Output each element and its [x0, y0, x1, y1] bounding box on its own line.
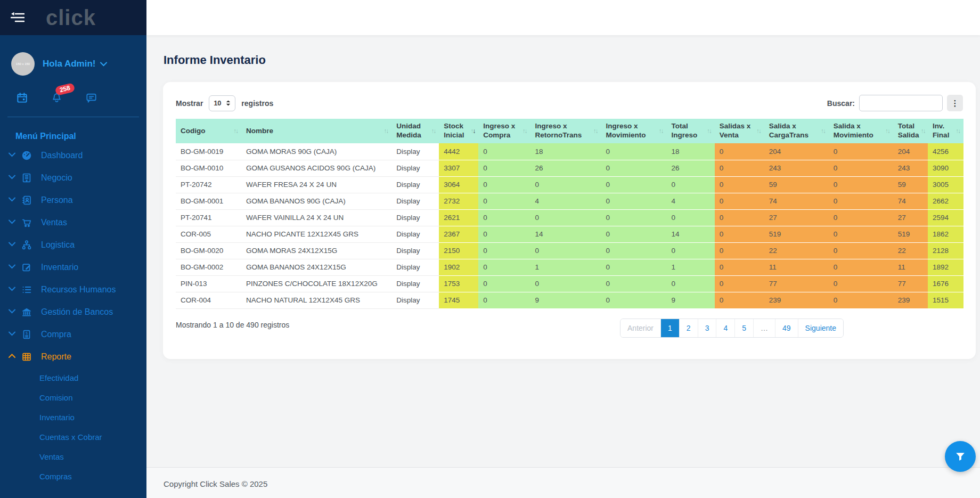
- user-greeting-dropdown[interactable]: Hola Admin!: [43, 59, 107, 69]
- column-header-codigo[interactable]: Codigo ↑↓: [176, 119, 241, 143]
- pagination-page-3[interactable]: 3: [698, 319, 716, 337]
- filter-fab-button[interactable]: [945, 441, 976, 472]
- cell-salida-x-movimiento: 0: [829, 259, 893, 275]
- cell-salidas-x-venta: 0: [715, 143, 764, 160]
- avatar[interactable]: 150 x 150: [11, 52, 35, 76]
- sidebar-subitem-inventario[interactable]: Inventario: [0, 407, 146, 427]
- sidebar-item-ventas[interactable]: Ventas: [0, 211, 146, 234]
- column-header-ingreso-x-movimiento[interactable]: Ingreso x Movimiento ↑↓: [601, 119, 667, 143]
- sort-icon[interactable]: ↑↓: [885, 127, 891, 135]
- sort-icon[interactable]: ↑↓: [522, 127, 527, 135]
- sidebar-item-compra[interactable]: $ Compra: [0, 323, 146, 346]
- pagination-prev[interactable]: Anterior: [620, 319, 660, 337]
- sidebar-item-inventario[interactable]: Inventario: [0, 256, 146, 279]
- sidebar-subitem-comision[interactable]: Comision: [0, 388, 146, 407]
- sort-icon[interactable]: ↑↓: [921, 127, 926, 135]
- cell-inv-final: 3005: [928, 176, 963, 193]
- column-header-unidad-medida[interactable]: Unidad Medida ↑↓: [391, 119, 439, 143]
- column-header-total-salida[interactable]: Total Salida ↑↓: [893, 119, 928, 143]
- sort-icon[interactable]: ↑↓: [431, 127, 436, 135]
- topbar: [146, 0, 980, 35]
- kebab-menu-button[interactable]: ⋮: [947, 95, 963, 111]
- list-icon: [21, 284, 32, 296]
- table-row[interactable]: COR-005NACHO PICANTE 12X12X45 GRSDisplay…: [176, 226, 963, 242]
- quick-icons-row: 258: [0, 76, 146, 104]
- sidebar-item-persona[interactable]: Persona: [0, 189, 146, 211]
- cell-salida-x-movimiento: 0: [829, 160, 893, 176]
- pagination-page-49[interactable]: 49: [775, 319, 798, 337]
- sort-icon[interactable]: ↑↓: [821, 127, 826, 135]
- pagination-next[interactable]: Siguiente: [798, 319, 843, 337]
- sidebar: click 150 x 150 Hola Admin! 258: [0, 0, 146, 498]
- cell-stock-inicial: 2367: [439, 226, 478, 242]
- table-row[interactable]: BO-GM-0001GOMA BANANOS 90G (CAJA)Display…: [176, 193, 963, 209]
- column-header-salida-x-cargatrans[interactable]: Salida x CargaTrans ↑↓: [764, 119, 829, 143]
- page-size-select[interactable]: 10: [209, 95, 235, 111]
- table-row[interactable]: BO-GM-0010GOMA GUSANOS ACIDOS 90G (CAJA)…: [176, 160, 963, 176]
- column-header-salidas-x-venta[interactable]: Salidas x Venta ↑↓: [715, 119, 764, 143]
- cell-ingreso-x-retornotrans: 1: [530, 259, 601, 275]
- cell-inv-final: 4256: [928, 143, 963, 160]
- sort-icon[interactable]: ↑↓: [956, 127, 961, 135]
- cell-salidas-x-venta: 0: [715, 292, 764, 308]
- sidebar-item-recursos-humanos[interactable]: Recursos Humanos: [0, 279, 146, 301]
- main-area: Informe Inventario Mostrar 10 registros …: [146, 0, 980, 498]
- sidebar-subitem-ventas[interactable]: Ventas: [0, 447, 146, 467]
- cell-codigo: PT-20742: [176, 176, 241, 193]
- sort-icon[interactable]: ↑↓: [756, 127, 762, 135]
- column-header-total-ingreso[interactable]: Total Ingreso ↑↓: [667, 119, 715, 143]
- column-header-ingreso-x-compra[interactable]: Ingreso x Compra ↑↓: [478, 119, 530, 143]
- cell-unidad-medida: Display: [391, 176, 439, 193]
- sort-icon[interactable]: ↑↓: [659, 127, 664, 135]
- cell-salidas-x-venta: 0: [715, 160, 764, 176]
- column-header-ingreso-x-retornotrans[interactable]: Ingreso x RetornoTrans ↑↓: [530, 119, 601, 143]
- sidebar-item-dashboard[interactable]: Dashboard: [0, 144, 146, 167]
- sidebar-item-reporte[interactable]: Reporte: [0, 346, 146, 368]
- sidebar-item-negocio[interactable]: Negocio: [0, 167, 146, 189]
- table-row[interactable]: BO-GM-0019GOMA MORAS 90G (CAJA)Display44…: [176, 143, 963, 160]
- sidebar-item-gestion-de-bancos[interactable]: Gestión de Bancos: [0, 301, 146, 323]
- sidebar-subitem-efectividad[interactable]: Efectividad: [0, 368, 146, 388]
- pagination-page-1[interactable]: 1: [660, 319, 679, 337]
- calendar-icon[interactable]: [16, 92, 28, 104]
- cell-nombre: WAFER VAINILLA 24 X 24 UN: [241, 209, 391, 226]
- inventory-table: Codigo ↑↓ Nombre ↑↓ Unidad Medida ↑↓ Sto…: [176, 119, 963, 309]
- pagination-page-2[interactable]: 2: [679, 319, 698, 337]
- table-row[interactable]: COR-004NACHO NATURAL 12X12X45 GRSDisplay…: [176, 292, 963, 308]
- pagination-page-4[interactable]: 4: [716, 319, 734, 337]
- sidebar-item-logistica[interactable]: Logistica: [0, 234, 146, 256]
- cell-ingreso-x-compra: 0: [478, 226, 530, 242]
- pagination-page-5[interactable]: 5: [734, 319, 753, 337]
- sort-icon[interactable]: ↑↓: [383, 127, 389, 135]
- page-title: Informe Inventario: [146, 35, 980, 67]
- cell-total-salida: 519: [893, 226, 928, 242]
- notifications-bell-icon[interactable]: 258: [51, 92, 63, 104]
- cell-inv-final: 1515: [928, 292, 963, 308]
- sidebar-item-label: Persona: [41, 195, 73, 205]
- table-row[interactable]: PIN-013PINZONES C/CHOCOLATE 18X12X20GDis…: [176, 275, 963, 292]
- table-row[interactable]: BO-GM-0002GOMA BANANOS 24X12X15GDisplay1…: [176, 259, 963, 275]
- sort-icon[interactable]: ↑↓: [593, 127, 599, 135]
- sort-icon[interactable]: ↑↓: [470, 127, 476, 135]
- cell-total-ingreso: 0: [667, 176, 715, 193]
- cell-total-salida: 74: [893, 193, 928, 209]
- copyright-text: Copyright Click Sales © 2025: [164, 479, 267, 488]
- messages-chat-icon[interactable]: [85, 92, 97, 104]
- column-header-salida-x-movimiento[interactable]: Salida x Movimiento ↑↓: [829, 119, 893, 143]
- search-input[interactable]: [859, 95, 943, 111]
- sidebar-subitem-cuentas-x-cobrar[interactable]: Cuentas x Cobrar: [0, 427, 146, 447]
- table-row[interactable]: PT-20742WAFER FRESA 24 X 24 UNDisplay306…: [176, 176, 963, 193]
- sort-icon[interactable]: ↑↓: [233, 127, 239, 135]
- column-header-stock-inicial[interactable]: Stock Inicial ↑↓: [439, 119, 478, 143]
- page-size-group: Mostrar 10 registros: [176, 95, 273, 111]
- column-header-nombre[interactable]: Nombre ↑↓: [241, 119, 391, 143]
- table-row[interactable]: BO-GM-0020GOMA MORAS 24X12X15GDisplay215…: [176, 242, 963, 259]
- column-header-inv-final[interactable]: Inv. Final ↑↓: [928, 119, 963, 143]
- sort-icon[interactable]: ↑↓: [707, 127, 712, 135]
- cell-total-ingreso: 9: [667, 292, 715, 308]
- collapse-menu-icon[interactable]: [11, 12, 24, 23]
- sidebar-subitem-compras[interactable]: Compras: [0, 467, 146, 486]
- cell-inv-final: 2662: [928, 193, 963, 209]
- table-body: BO-GM-0019GOMA MORAS 90G (CAJA)Display44…: [176, 143, 963, 308]
- table-row[interactable]: PT-20741WAFER VAINILLA 24 X 24 UNDisplay…: [176, 209, 963, 226]
